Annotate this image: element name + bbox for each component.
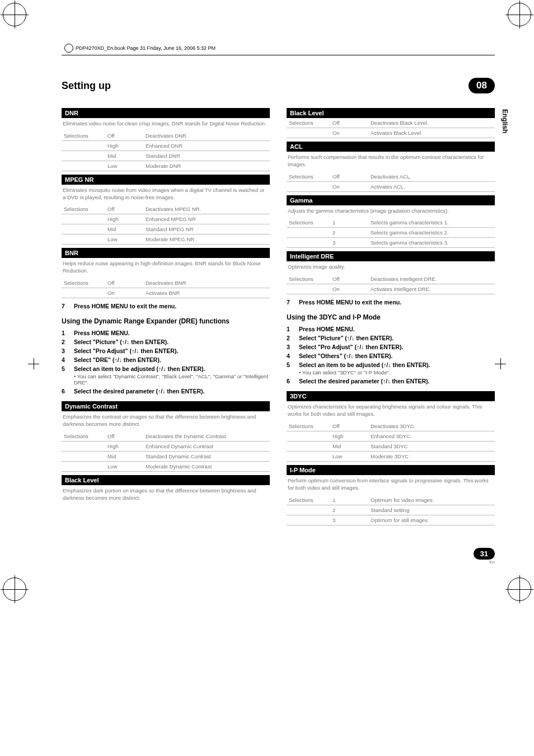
step-item: 7Press HOME MENU to exit the menu.: [287, 298, 495, 307]
blacklevel-left-title: Black Level: [62, 475, 270, 485]
header-rule: [62, 55, 495, 55]
page-title: Setting up: [62, 80, 111, 92]
book-metadata: PDP4270XD_En.book Page 31 Friday, June 1…: [64, 44, 534, 53]
bnr-table: SelectionsOffDeactivates BNR OnActivates…: [62, 278, 270, 298]
tdyc-table: SelectionsOffDeactivates 3DYC. HighEnhan…: [287, 421, 495, 462]
ipmode-title: I-P Mode: [287, 465, 495, 475]
ipmode-desc: Perform optimum conversion from interlac…: [287, 475, 495, 495]
step-item: 4Select "DRE" (↑/↓ then ENTER).: [62, 355, 270, 364]
table-row: SelectionsOffDeactivates MPEG NR.: [62, 204, 270, 214]
step-item: 1Press HOME MENU.: [62, 328, 270, 337]
step-item: 5Select an item to be adjusted (↑/↓ then…: [287, 360, 495, 377]
dre-heading: Using the Dynamic Range Expander (DRE) f…: [62, 317, 270, 325]
table-row: MidStandard Dynamic Contrast: [62, 451, 270, 461]
registration-mark-icon: [508, 577, 531, 601]
cross-mark-icon: [495, 358, 506, 369]
gamma-table: Selections1Selects gamma characteristics…: [287, 218, 495, 248]
gamma-title: Gamma: [287, 195, 495, 205]
blacklevel-right-title: Black Level: [287, 108, 495, 118]
registration-mark-icon: [508, 3, 531, 26]
table-row: HighEnhanced Dynamic Contrast: [62, 441, 270, 451]
acl-title: ACL: [287, 142, 495, 152]
step-item: 1Press HOME MENU.: [287, 325, 495, 334]
dyncontrast-desc: Emphasizes the contrast on images so tha…: [62, 411, 270, 431]
ipmode-table: Selections1Optimum for video images 2Sta…: [287, 495, 495, 525]
page-lang: En: [0, 560, 495, 565]
table-row: 2Standard setting: [287, 505, 495, 515]
mpegnr-desc: Eliminates mosquito noise from video ima…: [62, 185, 270, 205]
left-column: DNR Eliminates video noise for clean cri…: [62, 105, 270, 525]
dnr-title: DNR: [62, 108, 270, 118]
step-item: 6Select the desired parameter (↑/↓ then …: [62, 387, 270, 396]
table-row: 3Optimum for still images: [287, 515, 495, 525]
page-number-badge: 31: [474, 548, 495, 560]
mpegnr-table: SelectionsOffDeactivates MPEG NR. HighEn…: [62, 204, 270, 245]
table-row: LowModerate Dynamic Contrast: [62, 461, 270, 471]
table-row: 3Selects gamma characteristics 3.: [287, 238, 495, 248]
registration-mark-icon: [3, 577, 26, 601]
dyncontrast-title: Dynamic Contrast: [62, 401, 270, 411]
table-row: SelectionsOffDeactivates Black Level.: [287, 118, 495, 128]
ip-steps: 1Press HOME MENU. 2Select "Picture" (↑/↓…: [287, 325, 495, 386]
dre-steps: 1Press HOME MENU. 2Select "Picture" (↑/↓…: [62, 328, 270, 396]
table-row: SelectionsOffDeactivates DNR.: [62, 131, 270, 141]
book-line: PDP4270XD_En.book Page 31 Friday, June 1…: [76, 45, 216, 51]
table-row: SelectionsOffDeactivates ACL.: [287, 172, 495, 182]
table-row: OnActivates Intelligent DRE.: [287, 284, 495, 294]
idre-title: Intelligent DRE: [287, 251, 495, 261]
blacklevel-left-desc: Emphasizes dark portion on images so tha…: [62, 485, 270, 505]
step-item: 5Select an item to be adjusted (↑/↓ then…: [62, 364, 270, 387]
table-row: SelectionsOffDeactivates the Dynamic Con…: [62, 431, 270, 442]
acl-desc: Performs such compensation that results …: [287, 152, 495, 172]
section-number-badge: 08: [469, 78, 495, 93]
table-row: LowModerate MPEG NR: [62, 234, 270, 245]
print-marks-bottom: [0, 565, 534, 604]
acl-table: SelectionsOffDeactivates ACL. OnActivate…: [287, 172, 495, 192]
tdyc-title: 3DYC: [287, 391, 495, 401]
dnr-desc: Eliminates video noise for clean crisp i…: [62, 118, 270, 131]
table-row: HighEnhanced DNR: [62, 140, 270, 151]
right-column: Black Level SelectionsOffDeactivates Bla…: [287, 105, 495, 525]
step-item: 6Select the desired parameter (↑/↓ then …: [287, 377, 495, 386]
table-row: Selections1Selects gamma characteristics…: [287, 218, 495, 228]
dnr-table: SelectionsOffDeactivates DNR. HighEnhanc…: [62, 131, 270, 171]
dyncontrast-table: SelectionsOffDeactivates the Dynamic Con…: [62, 431, 270, 472]
table-row: MidStandard 3DYC: [287, 441, 495, 451]
step-item: 2Select "Picture" (↑/↓ then ENTER).: [287, 334, 495, 342]
ip-heading: Using the 3DYC and I-P Mode: [287, 313, 495, 321]
table-row: SelectionsOffDeactivates Intelligent DRE…: [287, 274, 495, 284]
idre-table: SelectionsOffDeactivates Intelligent DRE…: [287, 274, 495, 294]
table-row: HighEnhanced 3DYC: [287, 431, 495, 441]
table-row: LowModerate DNR: [62, 161, 270, 171]
step-item: 3Select "Pro Adjust" (↑/↓ then ENTER).: [62, 346, 270, 355]
language-tab: English: [501, 109, 509, 133]
table-row: SelectionsOffDeactivates 3DYC.: [287, 421, 495, 431]
table-row: LowModerate 3DYC: [287, 451, 495, 461]
idre-desc: Optimizes image quality.: [287, 261, 495, 274]
table-row: Selections1Optimum for video images: [287, 495, 495, 505]
registration-mark-icon: [3, 3, 26, 26]
table-row: OnActivates BNR: [62, 288, 270, 298]
bnr-title: BNR: [62, 248, 270, 258]
spiral-icon: [64, 44, 73, 53]
tdyc-desc: Optimizes characteristics for separating…: [287, 401, 495, 421]
table-row: HighEnhanced MPEG NR: [62, 214, 270, 224]
cross-mark-icon: [28, 358, 39, 369]
gamma-desc: Adjusts the gamma characteristics (image…: [287, 205, 495, 218]
table-row: OnActivates Black Level.: [287, 128, 495, 138]
table-row: 2Selects gamma characteristics 2.: [287, 228, 495, 238]
step-item: 7Press HOME MENU to exit the menu.: [62, 302, 270, 311]
print-marks-top: [0, 0, 534, 39]
step-item: 2Select "Picture" (↑/↓ then ENTER).: [62, 337, 270, 346]
table-row: MidStandard DNR: [62, 151, 270, 161]
bnr-desc: Helps reduce noise appearing in high-def…: [62, 258, 270, 278]
step-item: 3Select "Pro Adjust" (↑/↓ then ENTER).: [287, 342, 495, 351]
mpegnr-title: MPEG NR: [62, 175, 270, 185]
step-item: 4Select "Others" (↑/↓ then ENTER).: [287, 351, 495, 360]
table-row: SelectionsOffDeactivates BNR: [62, 278, 270, 288]
table-row: MidStandard MPEG NR: [62, 224, 270, 234]
blacklevel-table: SelectionsOffDeactivates Black Level. On…: [287, 118, 495, 138]
table-row: OnActivates ACL.: [287, 181, 495, 191]
